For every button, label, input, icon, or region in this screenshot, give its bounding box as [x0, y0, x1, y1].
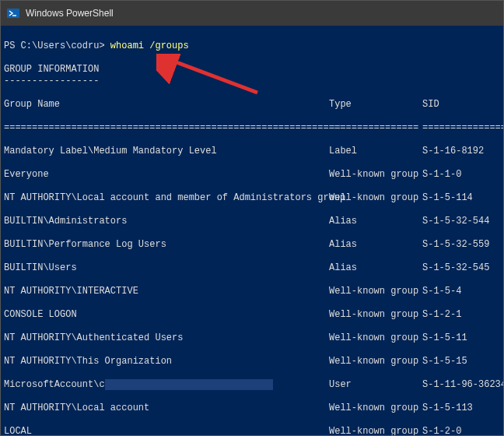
- table-row: CONSOLE LOGONWell-known groupS-1-2-1: [4, 309, 499, 321]
- powershell-icon: [7, 7, 19, 19]
- table-row: Mandatory Label\Medium Mandatory LevelLa…: [4, 146, 499, 157]
- header-type: Type: [329, 99, 422, 111]
- table-row: BUILTIN\UsersAliasS-1-5-32-545: [4, 262, 499, 274]
- table-row: BUILTIN\Performance Log UsersAliasS-1-5-…: [4, 239, 499, 251]
- terminal-area[interactable]: PS C:\Users\codru> whoami /groups GROUP …: [1, 26, 503, 435]
- section-title: GROUP INFORMATION: [4, 64, 99, 75]
- prompt-line-1: PS C:\Users\codru> whoami /groups: [4, 40, 189, 51]
- table-row: EveryoneWell-known groupS-1-1-0: [4, 169, 499, 181]
- powershell-window: Windows PowerShell PS C:\Users\codru> wh…: [0, 0, 504, 436]
- header-name: Group Name: [4, 99, 329, 111]
- window-title: Windows PowerShell: [26, 8, 114, 19]
- table-row: NT AUTHORITY\Authenticated UsersWell-kno…: [4, 332, 499, 344]
- table-row: NT AUTHORITY\Local account and member of…: [4, 192, 499, 204]
- annotation-arrow-icon: [156, 54, 265, 100]
- table-row: BUILTIN\AdministratorsAliasS-1-5-32-544: [4, 216, 499, 227]
- table-row: LOCALWell-known groupS-1-2-0: [4, 426, 499, 435]
- command-input: whoami /groups: [110, 40, 189, 51]
- header-sid: SID: [422, 99, 439, 111]
- table-row: NT AUTHORITY\This OrganizationWell-known…: [4, 356, 499, 367]
- table-header: Group NameTypeSID: [4, 99, 499, 111]
- prompt-prefix: PS C:\Users\codru>: [4, 40, 110, 51]
- titlebar[interactable]: Windows PowerShell: [1, 1, 503, 26]
- table-row: NT AUTHORITY\Local accountWell-known gro…: [4, 403, 499, 414]
- table-row: NT AUTHORITY\INTERACTIVEWell-known group…: [4, 286, 499, 297]
- table-row: MicrosoftAccount\c UserS-1-11-96-3623454…: [4, 379, 499, 391]
- section-underline: -----------------: [4, 76, 99, 86]
- redacted-highlight: [105, 379, 273, 390]
- svg-line-2: [170, 60, 257, 93]
- header-rule: ========================================…: [4, 122, 499, 134]
